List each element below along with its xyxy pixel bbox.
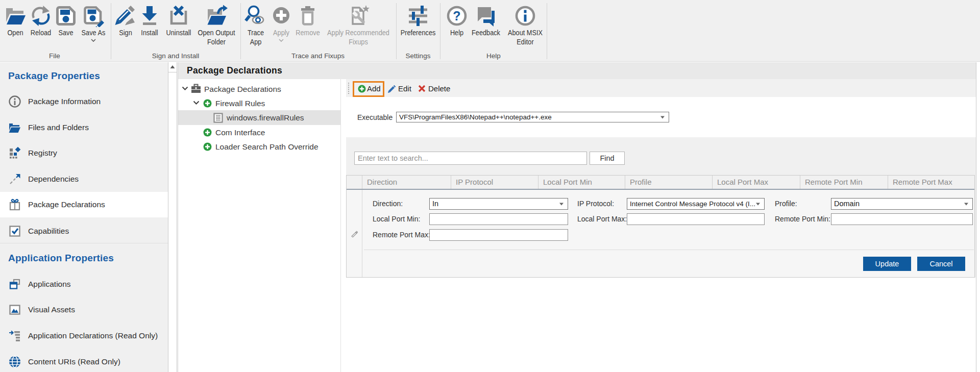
svg-text:?: ? [453, 9, 460, 23]
